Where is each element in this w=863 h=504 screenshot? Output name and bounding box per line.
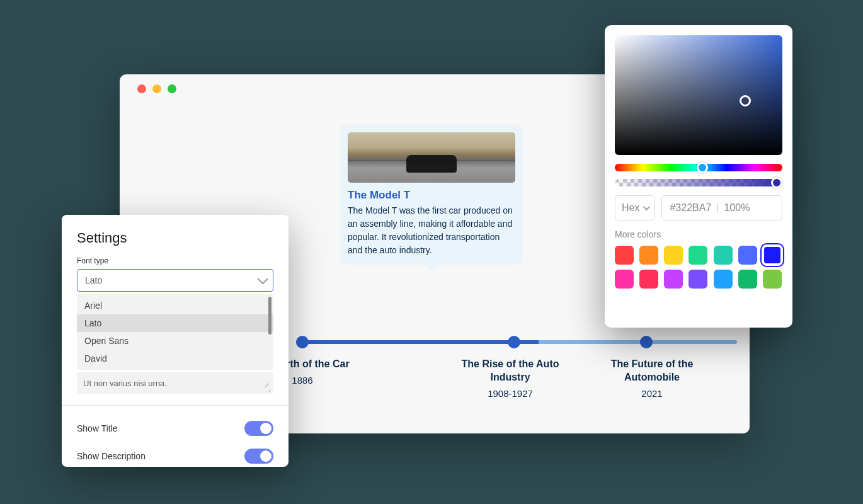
color-swatch[interactable] bbox=[738, 270, 757, 289]
color-swatch[interactable] bbox=[714, 246, 733, 265]
timeline-label-year: 1908-1927 bbox=[460, 388, 561, 399]
timeline-event-card: The Model T The Model T was the first ca… bbox=[340, 125, 523, 265]
font-option[interactable]: Open Sans bbox=[77, 332, 273, 350]
close-window-icon[interactable] bbox=[137, 84, 146, 93]
font-option[interactable]: Ariel bbox=[77, 297, 273, 314]
color-format-select[interactable]: Hex bbox=[615, 195, 655, 220]
maximize-window-icon[interactable] bbox=[168, 84, 176, 93]
alpha-overlay bbox=[615, 179, 782, 186]
color-inputs-row: Hex #322BA7 | 100% bbox=[615, 195, 782, 220]
description-textarea[interactable]: Ut non varius nisi urna. bbox=[77, 372, 273, 394]
chevron-down-icon bbox=[643, 203, 650, 210]
color-format-value: Hex bbox=[622, 202, 639, 214]
color-swatch[interactable] bbox=[615, 246, 634, 265]
font-type-label: Font type bbox=[77, 256, 273, 265]
color-swatch[interactable] bbox=[639, 270, 658, 289]
show-description-toggle[interactable] bbox=[244, 449, 273, 464]
color-swatch[interactable] bbox=[639, 246, 658, 265]
timeline-event-image bbox=[348, 132, 515, 183]
color-canvas-cursor[interactable] bbox=[740, 95, 751, 106]
resize-handle-icon[interactable] bbox=[265, 385, 271, 391]
timeline-label: The Future of the Automobile 2021 bbox=[598, 358, 706, 399]
timeline-labels: The Birth of the Car 1886 The Rise of th… bbox=[296, 358, 737, 399]
more-colors-label: More colors bbox=[615, 229, 782, 239]
divider bbox=[62, 405, 289, 406]
separator: | bbox=[716, 202, 719, 214]
timeline-label-year: 2021 bbox=[598, 388, 706, 399]
font-type-value: Lato bbox=[85, 275, 102, 285]
show-title-toggle[interactable] bbox=[244, 421, 273, 436]
hue-slider-cursor[interactable] bbox=[697, 162, 708, 173]
timeline-event-description: The Model T was the first car produced o… bbox=[348, 204, 515, 257]
color-swatch[interactable] bbox=[714, 270, 733, 289]
timeline-label: The Rise of the Auto Industry 1908-1927 bbox=[460, 358, 561, 399]
font-type-dropdown: Ariel Lato Open Sans David bbox=[77, 294, 273, 370]
show-title-label: Show Title bbox=[77, 423, 118, 433]
settings-panel: Settings Font type Lato Ariel Lato Open … bbox=[62, 215, 289, 467]
color-swatch[interactable] bbox=[738, 246, 757, 265]
timeline-point[interactable] bbox=[296, 336, 309, 348]
color-swatch[interactable] bbox=[763, 270, 782, 289]
show-description-label: Show Description bbox=[77, 451, 146, 461]
opacity-value: 100% bbox=[724, 202, 750, 214]
timeline-label-title: The Future of the Automobile bbox=[598, 358, 706, 384]
font-option[interactable]: David bbox=[77, 350, 273, 367]
hue-slider[interactable] bbox=[615, 164, 782, 171]
timeline-track: The Birth of the Car 1886 The Rise of th… bbox=[296, 340, 737, 399]
font-type-select[interactable]: Lato bbox=[77, 269, 273, 292]
show-description-row: Show Description bbox=[77, 442, 273, 470]
color-saturation-canvas[interactable] bbox=[615, 35, 782, 155]
color-swatch[interactable] bbox=[664, 270, 683, 289]
alpha-slider-cursor[interactable] bbox=[771, 177, 782, 188]
color-swatches bbox=[615, 246, 782, 289]
chevron-down-icon bbox=[258, 273, 268, 284]
timeline-point[interactable] bbox=[640, 336, 653, 348]
color-picker-panel: Hex #322BA7 | 100% More colors bbox=[605, 25, 792, 328]
color-swatch[interactable] bbox=[615, 270, 634, 289]
alpha-slider[interactable] bbox=[615, 179, 782, 186]
dropdown-scrollbar[interactable] bbox=[268, 297, 271, 335]
color-swatch[interactable] bbox=[689, 246, 707, 265]
color-hex-input[interactable]: #322BA7 | 100% bbox=[661, 195, 782, 220]
timeline-line bbox=[296, 340, 737, 344]
timeline-event-title: The Model T bbox=[348, 189, 515, 202]
color-swatch[interactable] bbox=[689, 270, 707, 289]
minimize-window-icon[interactable] bbox=[152, 84, 161, 93]
timeline-point[interactable] bbox=[508, 336, 520, 348]
show-title-row: Show Title bbox=[77, 415, 273, 442]
settings-title: Settings bbox=[77, 230, 273, 246]
hex-value: #322BA7 bbox=[670, 202, 711, 214]
color-swatch[interactable] bbox=[763, 246, 782, 265]
textarea-value: Ut non varius nisi urna. bbox=[83, 379, 167, 388]
timeline-label-title: The Rise of the Auto Industry bbox=[460, 358, 561, 384]
color-swatch[interactable] bbox=[664, 246, 683, 265]
font-option[interactable]: Lato bbox=[77, 314, 273, 332]
